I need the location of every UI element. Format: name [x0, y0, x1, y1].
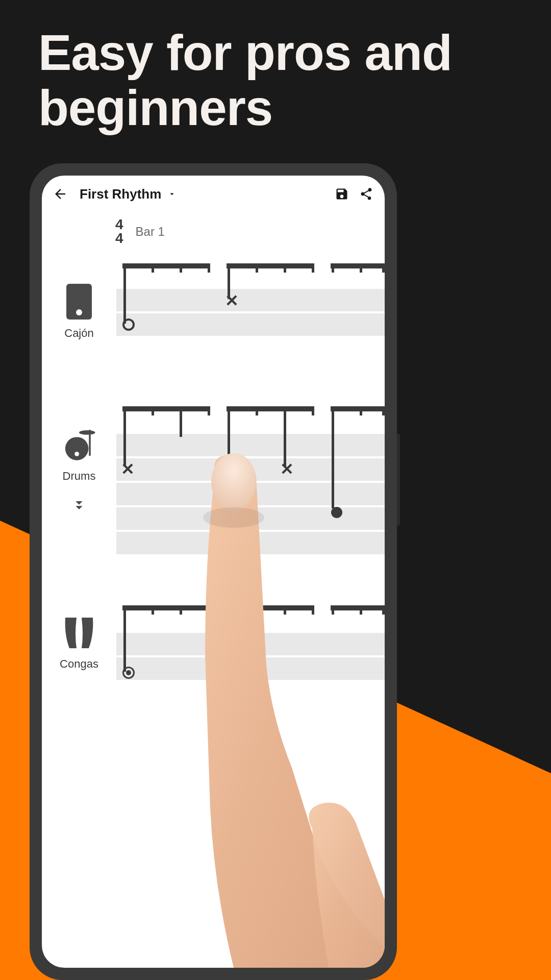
stem — [256, 605, 258, 615]
staff-line — [116, 633, 385, 656]
track-congas-label: Congas — [60, 657, 98, 671]
app-screen: First Rhythm — [42, 176, 385, 968]
note-cross[interactable]: ✕ — [121, 459, 135, 479]
stem — [332, 406, 334, 508]
stem — [152, 406, 154, 415]
beam — [331, 406, 385, 411]
expand-icon[interactable] — [71, 497, 87, 513]
note-cross[interactable]: ✕ — [225, 459, 239, 479]
stem — [123, 605, 126, 672]
stem — [152, 263, 154, 273]
beam — [331, 605, 385, 610]
phone-side-button — [397, 434, 400, 526]
stem — [208, 263, 210, 273]
promo-backdrop: Easy for pros and beginners First Rhythm — [0, 0, 551, 980]
svg-point-2 — [65, 437, 89, 460]
stem — [180, 263, 182, 273]
stem — [382, 263, 385, 273]
svg-point-5 — [79, 430, 95, 435]
stem — [123, 263, 126, 324]
save-icon — [335, 187, 349, 201]
stem — [360, 263, 362, 273]
stem — [332, 605, 334, 615]
track-congas-grid[interactable] — [116, 605, 385, 697]
save-button[interactable] — [330, 182, 354, 206]
share-button[interactable] — [354, 182, 379, 206]
beam — [122, 605, 210, 610]
track-cajon-grid[interactable]: ✕ — [116, 263, 385, 355]
stem — [284, 406, 286, 467]
timesig-numerator: 4 — [115, 218, 123, 232]
rhythm-title-label: First Rhythm — [80, 186, 161, 202]
note-filled[interactable] — [331, 507, 342, 518]
app-bar: First Rhythm — [42, 176, 385, 212]
promo-headline: Easy for pros and beginners — [38, 26, 520, 136]
track-congas: Congas — [42, 605, 385, 697]
phone-frame: First Rhythm — [30, 163, 397, 980]
beam — [122, 406, 210, 411]
timesig-denominator: 4 — [115, 232, 123, 246]
track-cajon: Cajón — [42, 263, 385, 355]
back-button[interactable] — [48, 182, 72, 206]
svg-point-1 — [76, 309, 82, 315]
staff-line — [116, 657, 385, 681]
beam — [227, 406, 314, 411]
stem — [312, 263, 314, 273]
note-target[interactable] — [122, 667, 135, 679]
note-cross[interactable]: ✕ — [225, 291, 239, 310]
stem — [180, 406, 182, 437]
track-congas-header[interactable]: Congas — [42, 605, 116, 671]
stem — [312, 406, 314, 415]
track-cajon-header[interactable]: Cajón — [42, 263, 116, 340]
stem — [228, 605, 230, 615]
cajon-icon — [61, 284, 97, 320]
staff-line — [116, 532, 385, 555]
note-cross[interactable]: ✕ — [280, 459, 294, 479]
svg-point-3 — [74, 452, 79, 456]
track-drums-label: Drums — [63, 470, 96, 483]
stem — [152, 605, 154, 615]
stem — [208, 605, 210, 615]
stem — [284, 605, 286, 615]
staff-line — [116, 507, 385, 531]
staff-line — [116, 313, 385, 337]
note-open[interactable] — [122, 318, 135, 331]
stem — [360, 605, 362, 615]
beam — [331, 263, 385, 268]
stem — [382, 406, 385, 415]
rhythm-title-dropdown[interactable]: First Rhythm — [80, 186, 177, 202]
track-drums: Drums — [42, 406, 385, 554]
stem — [360, 406, 362, 415]
staff-line — [116, 289, 385, 312]
drums-icon — [61, 427, 97, 462]
bar-label: Bar 1 — [136, 225, 165, 239]
chevron-down-icon — [167, 189, 177, 199]
back-arrow-icon — [53, 186, 68, 202]
staff-line — [116, 434, 385, 457]
stem — [312, 605, 314, 615]
stem — [123, 406, 126, 467]
beam — [122, 263, 210, 268]
stem — [208, 406, 210, 415]
beam — [227, 263, 314, 268]
stem — [256, 406, 258, 415]
track-drums-header[interactable]: Drums — [42, 406, 116, 513]
stem — [256, 263, 258, 273]
track-drums-grid[interactable]: ✕ ✕ ✕ — [116, 406, 385, 554]
stem — [382, 605, 385, 615]
stem — [228, 406, 230, 467]
staff-line — [116, 458, 385, 482]
staff-line — [116, 483, 385, 506]
stem — [284, 263, 286, 273]
beam — [227, 605, 314, 610]
track-cajon-label: Cajón — [64, 327, 93, 340]
share-icon — [359, 187, 373, 201]
time-signature[interactable]: 4 4 — [115, 218, 123, 245]
timesig-row: 4 4 Bar 1 — [42, 216, 385, 247]
stem — [332, 263, 334, 273]
stem — [180, 605, 182, 615]
congas-icon — [61, 615, 97, 650]
